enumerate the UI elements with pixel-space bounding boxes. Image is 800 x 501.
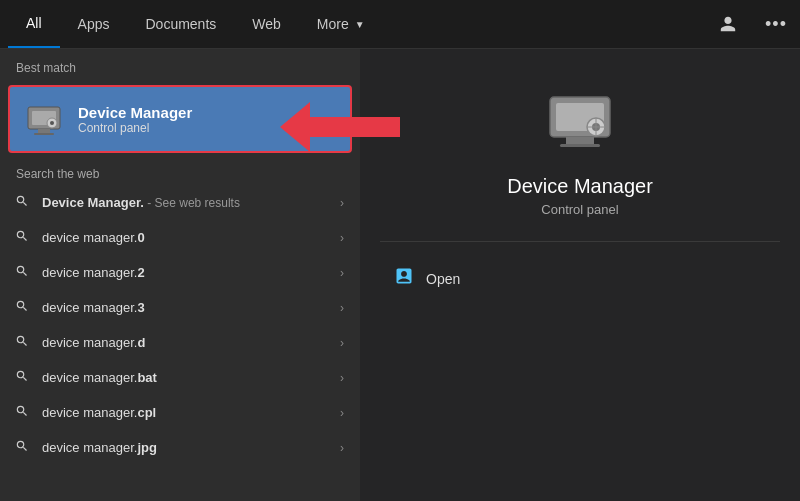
result-item-4[interactable]: device manager.3 ›: [0, 290, 360, 325]
divider: [380, 241, 780, 242]
result-text-3: device manager.2: [42, 265, 330, 280]
result-item-3[interactable]: device manager.2 ›: [0, 255, 360, 290]
chevron-icon-2: ›: [340, 231, 344, 245]
result-text-7: device manager.cpl: [42, 405, 330, 420]
app-icon-large: [540, 79, 620, 159]
right-panel: Device Manager Control panel Open: [360, 49, 800, 501]
open-label: Open: [426, 271, 460, 287]
nav-tab-documents[interactable]: Documents: [127, 0, 234, 48]
open-action-btn[interactable]: Open: [380, 258, 780, 299]
chevron-icon-7: ›: [340, 406, 344, 420]
nav-tab-more[interactable]: More ▼: [299, 0, 383, 48]
main-content: Best match Device Manager Control panel …: [0, 49, 800, 501]
result-text-1: Device Manager. - See web results: [42, 195, 330, 210]
chevron-icon-8: ›: [340, 441, 344, 455]
nav-tab-apps[interactable]: Apps: [60, 0, 128, 48]
result-item-7[interactable]: device manager.cpl ›: [0, 395, 360, 430]
search-web-label: Search the web: [0, 157, 360, 185]
best-match-label: Best match: [0, 49, 360, 81]
chevron-icon-5: ›: [340, 336, 344, 350]
app-type-label: Control panel: [541, 202, 618, 217]
nav-tab-web[interactable]: Web: [234, 0, 299, 48]
search-icon-3: [12, 264, 32, 281]
red-arrow: [280, 97, 400, 161]
svg-marker-6: [280, 102, 400, 152]
search-icon-8: [12, 439, 32, 456]
search-icon-7: [12, 404, 32, 421]
svg-rect-3: [34, 133, 54, 135]
device-manager-icon: [22, 97, 66, 141]
svg-rect-9: [566, 137, 594, 144]
more-options-btn[interactable]: •••: [760, 8, 792, 40]
result-item-5[interactable]: device manager.d ›: [0, 325, 360, 360]
result-text-5: device manager.d: [42, 335, 330, 350]
search-icon-4: [12, 299, 32, 316]
svg-point-5: [50, 121, 54, 125]
search-icon-2: [12, 229, 32, 246]
chevron-icon-4: ›: [340, 301, 344, 315]
chevron-icon-3: ›: [340, 266, 344, 280]
person-icon-btn[interactable]: [712, 8, 744, 40]
ellipsis-icon: •••: [765, 14, 787, 35]
svg-rect-2: [38, 129, 50, 133]
nav-tab-all[interactable]: All: [8, 0, 60, 48]
top-nav: All Apps Documents Web More ▼ •••: [0, 0, 800, 49]
result-text-4: device manager.3: [42, 300, 330, 315]
search-icon-1: [12, 194, 32, 211]
result-text-2: device manager.0: [42, 230, 330, 245]
result-item-8[interactable]: device manager.jpg ›: [0, 430, 360, 465]
svg-rect-10: [560, 144, 600, 147]
search-icon-5: [12, 334, 32, 351]
result-text-8: device manager.jpg: [42, 440, 330, 455]
chevron-down-icon: ▼: [355, 19, 365, 30]
chevron-icon-6: ›: [340, 371, 344, 385]
chevron-icon-1: ›: [340, 196, 344, 210]
result-item-6[interactable]: device manager.bat ›: [0, 360, 360, 395]
result-text-6: device manager.bat: [42, 370, 330, 385]
search-icon-6: [12, 369, 32, 386]
open-icon: [392, 266, 416, 291]
person-icon: [719, 15, 737, 33]
app-name-large: Device Manager: [507, 175, 653, 198]
result-item-2[interactable]: device manager.0 ›: [0, 220, 360, 255]
result-item-1[interactable]: Device Manager. - See web results ›: [0, 185, 360, 220]
